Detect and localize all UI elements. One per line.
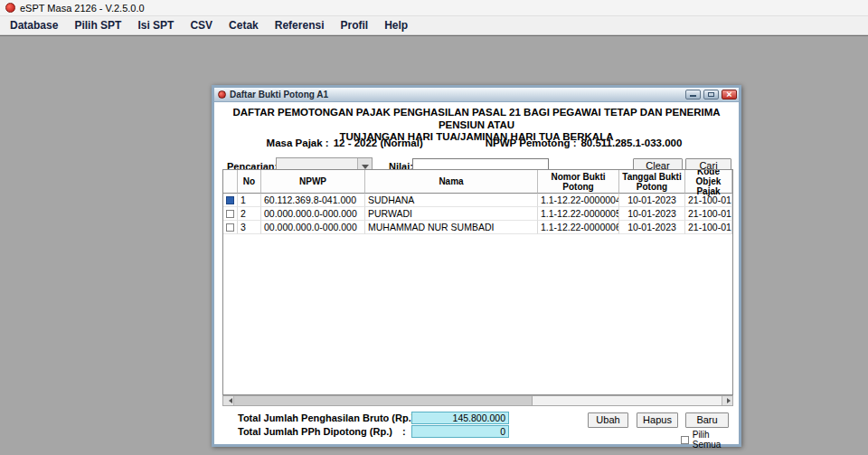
npwp-pemotong-value: 80.511.285.1-033.000 — [580, 137, 682, 148]
npwp-pemotong: NPWP Pemotong :80.511.285.1-033.000 — [486, 137, 687, 148]
maximize-button-icon[interactable] — [703, 90, 719, 100]
app-icon — [5, 3, 15, 13]
total-pph-colon: : — [402, 426, 406, 437]
total-bruto-value: 145.800.000 — [411, 412, 509, 424]
bukti-potong-table: No NPWP Nama Nomor Bukti Potong Tanggal … — [222, 169, 733, 395]
window-title: Daftar Bukti Potong A1 — [230, 90, 328, 100]
pilih-semua-label: Pilih Semua — [693, 430, 739, 450]
row-checkbox[interactable] — [226, 210, 234, 218]
menu-item-csv[interactable]: CSV — [182, 17, 221, 33]
masa-pajak-label: Masa Pajak : — [267, 137, 329, 148]
cell-nama: SUDHANA — [365, 194, 538, 207]
total-pph-value: 0 — [411, 425, 509, 438]
row-checkbox-cell[interactable] — [223, 194, 238, 207]
table-row[interactable]: 2 00.000.000.0-000.000 PURWADI 1.1-12.22… — [223, 207, 732, 221]
menu-item-isi-spt[interactable]: Isi SPT — [129, 17, 182, 33]
cell-nama: MUHAMMAD NUR SUMBADI — [365, 221, 538, 234]
app-title: eSPT Masa 2126 - V.2.5.0.0 — [20, 3, 145, 14]
cell-kode: 21-100-01 — [685, 207, 732, 221]
baru-button[interactable]: Baru — [685, 412, 729, 428]
table-row[interactable]: 3 00.000.000.0-000.000 MUHAMMAD NUR SUMB… — [223, 221, 732, 234]
col-kode-objek: Kode Objek Pajak — [685, 170, 732, 194]
period-row: Masa Pajak :12 - 2022 (Normal) NPWP Pemo… — [214, 137, 739, 148]
scrollbar-thumb[interactable] — [234, 396, 533, 405]
window-controls — [683, 90, 737, 100]
row-checkbox-cell[interactable] — [223, 221, 238, 234]
cell-nomor: 1.1-12.22-0000004 — [538, 194, 619, 207]
menu-item-cetak[interactable]: Cetak — [221, 17, 267, 33]
cell-no: 2 — [238, 207, 261, 221]
scroll-left-icon[interactable] — [223, 396, 234, 405]
cell-no: 3 — [238, 221, 261, 234]
cell-npwp: 60.112.369.8-041.000 — [261, 194, 365, 207]
menu-item-help[interactable]: Help — [376, 17, 416, 33]
row-checkbox[interactable] — [226, 223, 234, 232]
cell-npwp: 00.000.000.0-000.000 — [261, 221, 365, 234]
masa-pajak-value: 12 - 2022 (Normal) — [334, 137, 423, 148]
cell-tanggal: 10-01-2023 — [619, 221, 685, 234]
cell-no: 1 — [238, 194, 261, 207]
pilih-semua[interactable]: Pilih Semua — [681, 430, 739, 450]
table-header-row: No NPWP Nama Nomor Bukti Potong Tanggal … — [223, 170, 732, 194]
menu-item-database[interactable]: Database — [2, 17, 66, 33]
cell-kode: 21-100-01 — [685, 194, 732, 207]
window-titlebar[interactable]: Daftar Bukti Potong A1 — [214, 88, 739, 102]
horizontal-scrollbar[interactable] — [222, 395, 733, 406]
cell-nomor: 1.1-12.22-0000005 — [538, 207, 619, 221]
row-checkbox-cell[interactable] — [223, 207, 238, 221]
cell-nama: PURWADI — [365, 207, 538, 221]
cell-tanggal: 10-01-2023 — [619, 194, 685, 207]
col-nama: Nama — [365, 170, 538, 194]
ubah-button[interactable]: Ubah — [588, 412, 628, 428]
total-pph-label: Total Jumlah PPh Dipotong (Rp.) — [238, 426, 392, 437]
cell-npwp: 00.000.000.0-000.000 — [261, 207, 365, 221]
cell-nomor: 1.1-12.22-0000006 — [538, 221, 619, 234]
minimize-button-icon[interactable] — [685, 90, 701, 100]
close-button-icon[interactable] — [722, 90, 737, 100]
total-bruto-colon: : — [402, 412, 406, 423]
npwp-pemotong-label: NPWP Pemotong : — [486, 137, 577, 148]
row-checkbox[interactable] — [226, 196, 234, 204]
menu-item-profil[interactable]: Profil — [332, 17, 376, 33]
masa-pajak: Masa Pajak :12 - 2022 (Normal) — [267, 137, 428, 148]
cell-tanggal: 10-01-2023 — [619, 207, 685, 221]
pilih-semua-checkbox[interactable] — [681, 436, 689, 444]
menu-item-pilih-spt[interactable]: Pilih SPT — [66, 17, 129, 33]
hapus-button[interactable]: Hapus — [637, 412, 678, 428]
table-row[interactable]: 1 60.112.369.8-041.000 SUDHANA 1.1-12.22… — [223, 194, 732, 207]
col-tanggal-bukti: Tanggal Bukti Potong — [619, 170, 685, 194]
menubar: Database Pilih SPT Isi SPT CSV Cetak Ref… — [0, 16, 868, 35]
col-npwp: NPWP — [261, 170, 365, 194]
cell-kode: 21-100-01 — [685, 221, 732, 234]
col-no: No — [238, 170, 261, 194]
total-bruto-label: Total Jumlah Penghasilan Bruto (Rp.) — [238, 412, 414, 423]
window-icon — [218, 90, 226, 99]
scroll-right-icon[interactable] — [722, 396, 732, 405]
window-content: DAFTAR PEMOTONGAN PAJAK PENGHASILAN PASA… — [214, 102, 739, 444]
menu-item-referensi[interactable]: Referensi — [267, 17, 333, 33]
app-titlebar: eSPT Masa 2126 - V.2.5.0.0 — [0, 0, 868, 16]
col-checkbox — [223, 170, 238, 194]
daftar-bukti-potong-window: Daftar Bukti Potong A1 DAFTAR PEMOTONGAN… — [212, 85, 741, 447]
col-nomor-bukti: Nomor Bukti Potong — [538, 170, 619, 194]
